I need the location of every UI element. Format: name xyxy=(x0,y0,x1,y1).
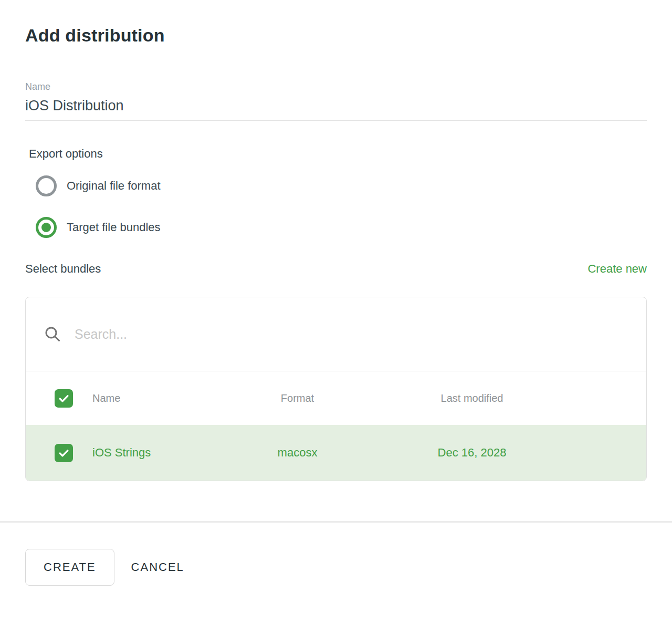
create-new-link[interactable]: Create new xyxy=(587,262,647,276)
name-field-label: Name xyxy=(25,81,647,92)
name-input[interactable] xyxy=(25,98,647,114)
search-icon xyxy=(44,326,61,342)
select-all-checkbox[interactable] xyxy=(55,389,73,408)
cancel-button[interactable]: CANCEL xyxy=(131,560,184,574)
header-name: Name xyxy=(92,392,225,404)
bundles-search-bar[interactable] xyxy=(26,297,646,371)
dialog-actions: CREATE CANCEL xyxy=(0,523,672,586)
radio-selected-icon[interactable] xyxy=(36,217,57,238)
header-checkbox-cell xyxy=(26,389,92,408)
page-title: Add distribution xyxy=(25,25,647,46)
search-input[interactable] xyxy=(75,327,646,342)
export-options-radio-group: Original file format Target file bundles xyxy=(25,175,647,238)
radio-original-file-format[interactable]: Original file format xyxy=(36,175,647,196)
select-bundles-header: Select bundles Create new xyxy=(25,262,647,276)
create-button[interactable]: CREATE xyxy=(25,549,114,586)
header-last-modified: Last modified xyxy=(370,392,574,404)
radio-target-file-bundles-label: Target file bundles xyxy=(67,221,161,234)
radio-unselected-icon[interactable] xyxy=(36,175,57,196)
row-checkbox-cell xyxy=(26,444,92,462)
name-field-group: Name xyxy=(25,81,647,121)
header-format: Format xyxy=(225,392,370,404)
select-bundles-label: Select bundles xyxy=(25,262,101,276)
row-format: macosx xyxy=(225,446,370,460)
bundles-table-header: Name Format Last modified xyxy=(26,371,646,425)
row-checkbox[interactable] xyxy=(55,444,73,462)
bundle-row-ios-strings[interactable]: iOS Strings macosx Dec 16, 2028 xyxy=(26,425,646,481)
export-options-label: Export options xyxy=(29,147,647,161)
bundles-panel: Name Format Last modified iOS Strings ma… xyxy=(25,297,647,481)
radio-original-file-format-label: Original file format xyxy=(67,179,161,193)
add-distribution-dialog: Add distribution Name Export options Ori… xyxy=(0,0,672,481)
checkmark-icon xyxy=(57,392,70,405)
row-last-modified: Dec 16, 2028 xyxy=(370,446,574,460)
radio-target-file-bundles[interactable]: Target file bundles xyxy=(36,217,647,238)
row-name: iOS Strings xyxy=(92,446,225,460)
checkmark-icon xyxy=(57,446,70,460)
